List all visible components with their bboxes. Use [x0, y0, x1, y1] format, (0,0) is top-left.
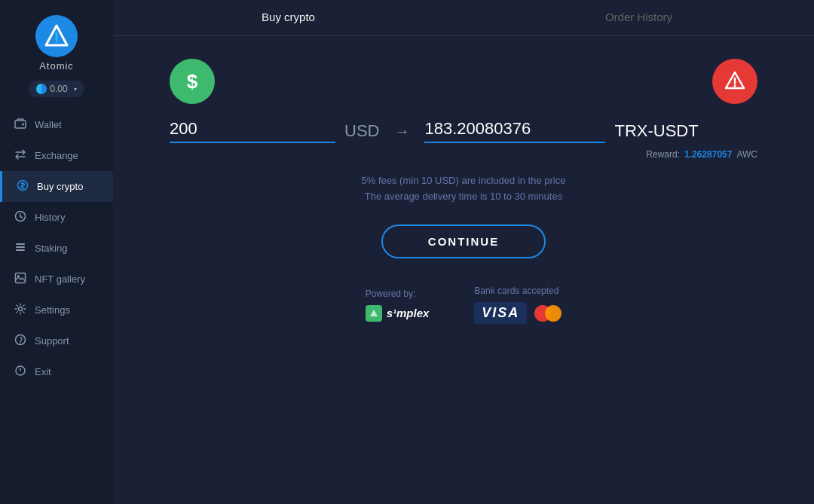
sidebar-item-history[interactable]: History	[0, 202, 113, 233]
sidebar-item-exchange-label: Exchange	[35, 150, 78, 161]
svg-point-17	[734, 85, 736, 87]
sidebar-item-support[interactable]: Support	[0, 325, 113, 356]
chevron-down-icon: ▾	[74, 86, 77, 93]
logo: Atomic	[35, 15, 78, 72]
exchange-inputs-row: USD → TRX-USDT	[155, 119, 773, 143]
delivery-info: The average delivery time is 10 to 30 mi…	[365, 191, 562, 202]
sidebar-item-staking[interactable]: Staking	[0, 233, 113, 264]
sidebar: Atomic 0.00 ▾ Wallet Exchange Buy crypto	[0, 0, 113, 504]
sidebar-item-buy-crypto[interactable]: Buy crypto	[0, 171, 113, 202]
powered-by-label: Powered by:	[366, 289, 416, 299]
logo-icon	[35, 15, 78, 57]
sidebar-item-settings[interactable]: Settings	[0, 295, 113, 325]
history-icon	[14, 210, 27, 225]
currency-icons-row: $	[155, 59, 773, 104]
buy-crypto-icon	[16, 179, 29, 194]
svg-point-11	[17, 275, 20, 277]
nft-gallery-icon	[14, 272, 27, 286]
sidebar-item-settings-label: Settings	[35, 304, 70, 316]
svg-rect-9	[16, 249, 25, 251]
simplex-icon	[366, 305, 382, 322]
sidebar-nav: Wallet Exchange Buy crypto History Staki…	[0, 109, 113, 387]
arrow-icon: →	[394, 123, 409, 140]
tab-bar: Buy crypto Order History	[113, 0, 814, 36]
bank-cards-block: Bank cards accepted VISA	[474, 286, 562, 324]
from-currency-label: USD	[344, 121, 379, 141]
tab-order-history[interactable]: Order History	[464, 0, 814, 35]
svg-point-4	[22, 124, 24, 126]
sidebar-item-exit-label: Exit	[35, 366, 51, 377]
sidebar-item-history-label: History	[35, 212, 65, 223]
svg-point-12	[19, 307, 23, 311]
exchange-icon	[14, 148, 27, 163]
powered-row: Powered by: s¹mplex Bank cards accepted …	[366, 286, 562, 324]
trx-currency-icon	[712, 59, 757, 104]
sidebar-item-wallet-label: Wallet	[35, 119, 62, 130]
balance-value: 0.00	[50, 84, 67, 94]
tab-buy-crypto[interactable]: Buy crypto	[113, 0, 464, 35]
sidebar-item-nft-gallery-label: NFT gallery	[35, 273, 85, 285]
visa-logo: VISA	[474, 302, 527, 324]
reward-value: 1.26287057	[684, 149, 732, 160]
wallet-icon	[14, 118, 27, 132]
fee-info: 5% fees (min 10 USD) are included in the…	[362, 175, 566, 186]
svg-point-2	[56, 41, 58, 43]
sidebar-item-nft-gallery[interactable]: NFT gallery	[0, 264, 113, 295]
staking-icon	[14, 241, 27, 255]
svg-rect-10	[16, 273, 26, 283]
sidebar-item-wallet[interactable]: Wallet	[0, 109, 113, 140]
continue-button[interactable]: CONTINUE	[381, 225, 546, 258]
reward-label: Reward:	[646, 149, 680, 160]
sidebar-item-exchange[interactable]: Exchange	[0, 140, 113, 171]
settings-icon	[14, 303, 27, 317]
app-name: Atomic	[39, 60, 74, 72]
powered-by-block: Powered by: s¹mplex	[366, 289, 430, 322]
reward-row: Reward: 1.26287057 AWC	[155, 149, 773, 160]
svg-rect-7	[16, 243, 25, 245]
bank-cards-label: Bank cards accepted	[474, 286, 558, 296]
mastercard-right-circle	[545, 305, 562, 322]
simplex-name: s¹mplex	[387, 307, 430, 319]
main-content: Buy crypto Order History $ USD →	[113, 0, 814, 504]
sidebar-item-staking-label: Staking	[35, 243, 67, 254]
payment-cards-row: VISA	[474, 302, 562, 324]
balance-badge[interactable]: 0.00 ▾	[29, 81, 84, 97]
mastercard-logo	[534, 304, 562, 322]
svg-rect-8	[16, 246, 25, 248]
support-icon	[14, 334, 27, 348]
to-currency-label: TRX-USDT	[614, 121, 698, 141]
reward-token: AWC	[736, 149, 757, 160]
balance-icon	[36, 84, 47, 94]
exit-icon	[14, 365, 27, 379]
from-amount-input[interactable]	[170, 119, 335, 143]
to-amount-input[interactable]	[424, 119, 605, 143]
buy-crypto-content: $ USD → TRX-USDT Reward: 1.26287057 AWC	[113, 36, 814, 504]
usd-currency-icon: $	[170, 59, 215, 104]
sidebar-item-buy-crypto-label: Buy crypto	[37, 181, 83, 192]
sidebar-item-support-label: Support	[35, 335, 69, 347]
sidebar-item-exit[interactable]: Exit	[0, 356, 113, 387]
simplex-logo: s¹mplex	[366, 305, 430, 322]
